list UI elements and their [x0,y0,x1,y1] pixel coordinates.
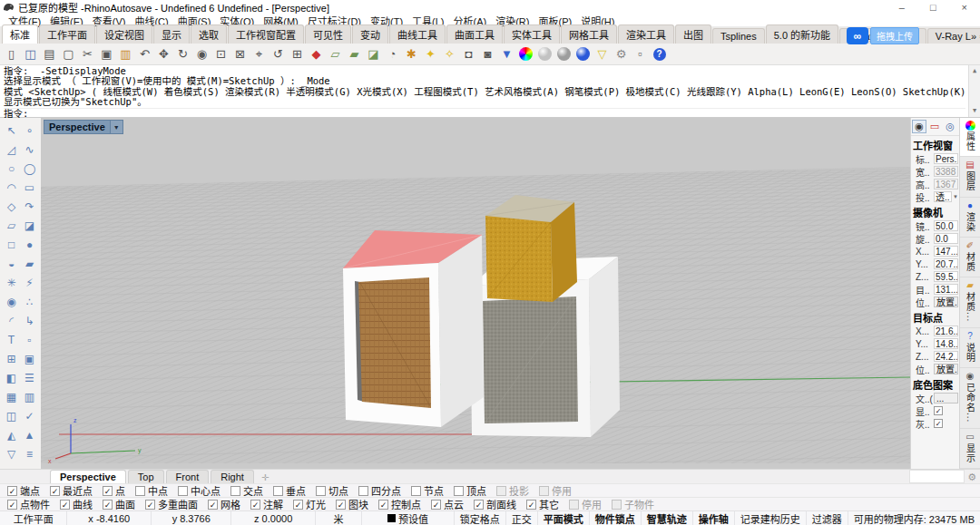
polyline-icon[interactable]: ◿ [3,141,21,159]
polygon-icon[interactable]: ◇ [3,198,21,216]
pyramid-icon[interactable]: ▲ [21,426,39,444]
viewport-layout-icon[interactable]: ⊞ [289,45,306,63]
filter-blocks-checkbox[interactable]: ✓ [336,500,346,510]
tab-properties[interactable]: 属性 [960,118,980,157]
render-preview-2-icon[interactable] [555,45,573,63]
toolbar-tab-9[interactable]: 曲线工具 [389,24,446,44]
property-value[interactable]: 3388 [934,166,958,177]
cut-icon[interactable]: ✂ [79,45,96,63]
osnap-center[interactable]: 中心点 [178,483,220,498]
osnap-near[interactable]: ✓最近点 [50,483,93,498]
text-icon[interactable]: T [3,331,21,349]
circle-icon[interactable]: ○ [3,160,21,178]
osnap-intersection[interactable]: 交点 [230,483,263,498]
toolbar-tab-6[interactable]: 工作视窗配置 [228,24,304,44]
filter-control-points-checkbox[interactable]: ✓ [378,500,388,510]
unlock-icon[interactable]: ◙ [479,45,496,63]
toolbar-tab-16[interactable]: 5.0 的新功能 [766,24,838,44]
torus-icon[interactable]: ◒ [3,255,21,273]
toolbar-tab-15[interactable]: Tsplines [712,28,765,44]
zoom-extents-icon[interactable]: ⊠ [231,45,249,63]
filter-point-clouds-checkbox[interactable]: ✓ [431,500,441,510]
filter-annotations-checkbox[interactable]: ✓ [250,500,260,510]
toolbar-tab-8[interactable]: 变动 [352,24,388,44]
check-icon[interactable]: ✓ [21,407,39,425]
osnap-mid[interactable]: 中点 [135,483,168,498]
status-smarttrack[interactable]: 智慧轨迹 [642,511,693,525]
chevron-down-icon[interactable]: ▼ [953,194,958,199]
filter-hatches[interactable]: ✓剖面线 [474,497,516,511]
status-osnap[interactable]: 物件锁点 [590,511,642,525]
array-polar-icon[interactable]: ▦ [3,388,21,406]
filter-funnel-icon[interactable]: ▽ [593,45,611,63]
status-memory[interactable]: 可用的物理内存: 23475 MB [848,511,980,525]
array-icon[interactable]: ☰ [21,369,39,387]
command-scrollbar[interactable]: ▲ ▼ [968,65,980,117]
lock-icon[interactable]: ◘ [460,45,477,63]
filter-polysurfaces-checkbox[interactable]: ✓ [145,500,155,510]
osnap-knot-checkbox[interactable] [411,486,421,496]
filter-surfaces[interactable]: ✓曲面 [103,497,135,511]
zoom-window-icon[interactable]: ⊡ [212,45,230,63]
copy-icon[interactable]: ▣ [98,45,115,63]
status-grid-snap[interactable]: 锁定格点 [455,511,506,525]
filter-lights-checkbox[interactable]: ✓ [293,500,303,510]
tab-display[interactable]: ▭显示 [960,429,980,469]
osnap-quadrant-checkbox[interactable] [358,486,368,496]
property-value[interactable]: 21.6... [934,326,958,336]
minimize-button[interactable]: – [899,3,905,13]
toolbar-tab-1[interactable]: 标准 [2,24,38,44]
curve-icon[interactable]: ∿ [21,141,39,159]
osnap-perpendicular-checkbox[interactable] [273,486,283,496]
duplicate-icon[interactable]: ▢ [60,45,77,63]
osnap-end-checkbox[interactable]: ✓ [7,486,17,496]
osnap-end[interactable]: ✓端点 [7,483,40,498]
scroll-down-icon[interactable]: ▼ [973,106,976,116]
trim-icon[interactable]: ⚡ [21,274,39,292]
point-edit-icon[interactable]: ▫ [21,331,39,349]
material-spheres-icon[interactable]: ◎ [943,120,957,133]
viewport-title[interactable]: Perspective ▼ [44,120,123,134]
filter-control-points[interactable]: ✓控制点 [378,497,421,511]
filter-blocks[interactable]: ✓图块 [336,497,368,511]
toolbar-tab-3[interactable]: 设定视图 [96,24,152,44]
filter-hatches-checkbox[interactable]: ✓ [474,500,484,510]
viewport-tab-top[interactable]: Top [128,470,164,483]
cplane-3-icon[interactable]: ◪ [365,45,382,63]
status-planar[interactable]: 平面模式 [538,511,590,525]
filter-lights[interactable]: ✓灯光 [293,497,326,511]
explode-icon[interactable]: ✳ [3,274,21,292]
point-icon[interactable]: ∘ [21,122,39,140]
perspective-viewport[interactable]: z y x Perspective ▼ [41,118,910,469]
filter-point-clouds[interactable]: ✓点云 [431,497,464,511]
toolbar-tab-2[interactable]: 工作平面 [39,24,95,44]
render-current-icon[interactable] [574,45,592,63]
divide-icon[interactable]: ∴ [21,293,39,311]
box-icon[interactable]: □ [3,236,21,254]
save-icon[interactable]: ◫ [22,45,39,63]
property-checkbox[interactable]: ✓ [934,419,943,428]
tab-named-views[interactable]: ◉已命名... [960,368,980,429]
new-file-icon[interactable]: ▯ [3,45,20,63]
toolbar-tab-10[interactable]: 曲面工具 [446,24,503,44]
status-history[interactable]: 记录建构历史 [735,511,807,525]
status-y[interactable]: y 8.3766 [152,511,231,525]
toolbar-tab-18[interactable]: V-Ray L»⚙ [927,28,980,44]
close-button[interactable]: × [962,3,967,13]
osnap-vertex-checkbox[interactable] [454,486,464,496]
viewport-tab-front[interactable]: Front [166,470,210,483]
color-wheel-icon[interactable] [517,45,534,63]
osnap-perpendicular[interactable]: 垂点 [273,483,306,498]
tab-material[interactable]: ✐材质 [960,238,980,277]
property-value[interactable]: 20.7... [934,258,958,269]
print-icon[interactable]: ▤ [41,45,58,63]
boolean-icon[interactable]: ◧ [3,369,21,387]
grid-toggle-icon[interactable]: ✱ [403,45,420,63]
filter-curves-checkbox[interactable]: ✓ [60,500,70,510]
viewport-title-dropdown-icon[interactable]: ▼ [111,120,123,134]
misc-icon[interactable]: ≡ [21,445,39,463]
arc-icon[interactable]: ◠ [3,179,21,197]
cplane-2-icon[interactable]: ▰ [346,45,363,63]
surface-icon[interactable]: ▱ [3,217,21,235]
tab-help[interactable]: ?说明 [960,328,980,368]
